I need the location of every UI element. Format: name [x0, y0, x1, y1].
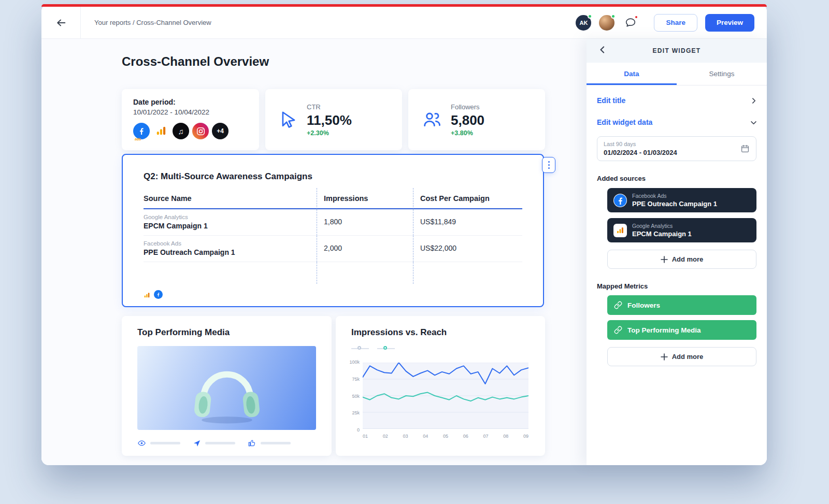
followers-stat-card[interactable]: Followers 5,800 +3.80%	[408, 89, 545, 150]
panel-body: Edit title Edit widget data Last 90 days…	[587, 85, 767, 366]
facebook-ads-sub-label: ads	[135, 137, 141, 141]
chevron-down-icon	[751, 120, 756, 125]
y-tick-label: 25k	[352, 410, 360, 415]
row0-source-platform: Google Analytics	[144, 214, 317, 220]
x-tick-label: 09	[523, 434, 528, 439]
share-button[interactable]: Share	[654, 14, 697, 32]
x-tick-label: 04	[423, 434, 428, 439]
row0-impressions: 1,800	[317, 209, 413, 236]
avatar-initials[interactable]: AK	[576, 15, 591, 31]
metric-label: Top Performing Media	[627, 326, 701, 334]
navbar-right-cluster: AK Share Preview	[576, 14, 767, 32]
row0-campaign-name: EPCM Campaign 1	[144, 222, 317, 230]
followers-stat-text: Followers 5,800 +3.80%	[451, 103, 484, 137]
row1-campaign-name: PPE Outreach Campaign 1	[144, 248, 317, 256]
line-chart-svg	[363, 363, 528, 429]
tiktok-icon: ♫	[173, 123, 189, 139]
ctr-stat-card[interactable]: CTR 11,50% +2.30%	[265, 89, 402, 150]
edit-title-row[interactable]: Edit title	[597, 90, 756, 111]
date-period-value: 10/01/2022 - 10/04/2022	[133, 108, 248, 116]
metric-followers[interactable]: Followers	[607, 295, 756, 315]
table-widget-title: Q2: Multi-Source Awareness Campaigns	[144, 171, 522, 182]
row1-cost: US$22,000	[413, 236, 522, 262]
widget-options-button[interactable]	[542, 157, 555, 173]
followers-icon	[422, 109, 442, 130]
campaign-table: Source Name Impressions Cost Per Campaig…	[144, 188, 522, 284]
link-icon	[614, 326, 622, 334]
preview-button[interactable]: Preview	[705, 14, 754, 32]
source-card-facebook[interactable]: Facebook Ads PPE Outreach Campaign 1	[607, 188, 756, 212]
breadcrumb[interactable]: Your reports / Cross-Channel Overview	[94, 19, 211, 26]
col-header-cost: Cost Per Campaign	[413, 188, 522, 209]
eye-icon	[137, 439, 146, 448]
metric-label: Followers	[627, 301, 660, 309]
row0-cost: US$11,849	[413, 209, 522, 236]
report-canvas: Cross-Channel Overview Date period: 10/0…	[41, 39, 587, 465]
date-period-card[interactable]: Date period: 10/01/2022 - 10/04/2022 ads	[122, 89, 259, 150]
followers-label: Followers	[451, 103, 484, 111]
ctr-label: CTR	[307, 103, 352, 111]
y-tick-label: 100k	[349, 359, 360, 365]
x-tick-label: 05	[443, 434, 448, 439]
table-row-cell-source: Google Analytics EPCM Campaign 1	[144, 209, 317, 236]
media-metrics-row	[137, 439, 316, 448]
line-chart-title: Impressions vs. Reach	[351, 327, 545, 338]
top-media-card[interactable]: Top Performing Media	[122, 316, 332, 456]
widget-source-icons	[144, 290, 163, 299]
media-image-headphones	[137, 346, 316, 430]
x-tick-label: 03	[403, 434, 408, 439]
metric-bar	[261, 442, 291, 444]
col-header-impressions: Impressions	[317, 188, 413, 209]
date-range-preset: Last 90 days	[604, 141, 677, 147]
report-title: Cross-Channel Overview	[122, 54, 269, 69]
chart-legend	[351, 346, 395, 351]
facebook-icon	[613, 194, 627, 207]
x-tick-label: 07	[483, 434, 488, 439]
tab-settings[interactable]: Settings	[677, 63, 767, 85]
metric-top-performing-media[interactable]: Top Performing Media	[607, 320, 756, 340]
legend-item-reach	[377, 346, 395, 351]
add-metric-button[interactable]: Add more	[607, 347, 756, 366]
more-sources-badge: +4	[212, 123, 228, 139]
avatar-photo[interactable]	[599, 15, 614, 31]
views-metric	[137, 439, 180, 448]
source-card-text: Facebook Ads PPE Outreach Campaign 1	[632, 193, 717, 208]
row1-source-platform: Facebook Ads	[144, 240, 317, 247]
add-metric-label: Add more	[672, 353, 704, 361]
source-card-google-analytics[interactable]: Google Analytics EPCM Campaign 1	[607, 218, 756, 242]
add-source-button[interactable]: Add more	[607, 250, 756, 269]
line-chart-plot	[363, 363, 528, 429]
chat-button[interactable]	[622, 15, 639, 31]
table-spacer-cell	[413, 262, 522, 284]
y-tick-label: 75k	[352, 377, 360, 382]
panel-tabs: Data Settings	[587, 63, 767, 85]
facebook-mini-icon	[154, 290, 163, 299]
instagram-icon	[192, 123, 209, 139]
chevron-left-icon	[599, 46, 606, 53]
source-platform: Google Analytics	[632, 223, 692, 229]
row1-impressions: 2,000	[317, 236, 413, 262]
back-button[interactable]	[41, 7, 81, 38]
x-tick-label: 02	[383, 434, 388, 439]
google-analytics-mini-icon	[144, 292, 150, 299]
ctr-value: 11,50%	[307, 112, 352, 128]
panel-back-button[interactable]	[599, 46, 606, 55]
plus-icon	[661, 256, 668, 263]
top-navbar: Your reports / Cross-Channel Overview AK…	[41, 7, 767, 39]
link-icon	[614, 301, 622, 309]
date-range-value: 01/02/2024 - 01/03/2024	[604, 149, 677, 156]
edit-widget-data-row[interactable]: Edit widget data	[597, 111, 756, 133]
tab-data[interactable]: Data	[587, 63, 677, 85]
x-axis-labels: 010203040506070809	[363, 434, 528, 439]
likes-metric	[248, 439, 291, 448]
line-chart-card[interactable]: Impressions vs. Reach 100k75k50k25k0 010…	[336, 316, 545, 456]
y-tick-label: 50k	[352, 394, 360, 399]
date-range-selector[interactable]: Last 90 days 01/02/2024 - 01/03/2024	[597, 136, 756, 161]
chevron-right-icon	[751, 98, 756, 104]
table-widget-selected[interactable]: Q2: Multi-Source Awareness Campaigns Sou…	[122, 154, 544, 307]
add-source-label: Add more	[672, 255, 704, 263]
facebook-ads-icon: ads	[133, 123, 150, 139]
panel-header: EDIT WIDGET	[587, 39, 767, 63]
source-icons-row: ads ♫	[133, 123, 248, 139]
ctr-stat-text: CTR 11,50% +2.30%	[307, 103, 352, 137]
